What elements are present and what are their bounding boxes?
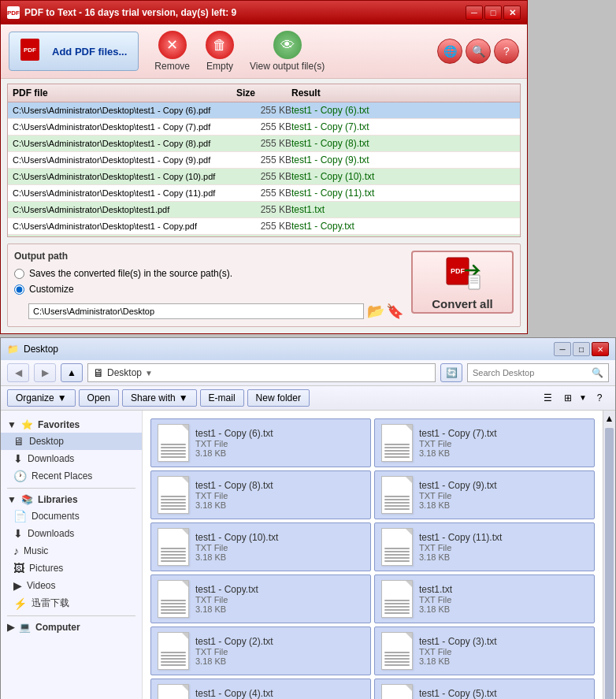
source-path-radio[interactable] (14, 269, 24, 279)
view-dropdown-icon[interactable]: ▼ (579, 389, 587, 407)
open-button[interactable]: Open (79, 389, 119, 407)
sidebar-item-videos[interactable]: ▶ Videos (1, 577, 142, 594)
explorer-toolbar: Organize ▼ Open Share with ▼ E-mail New … (1, 386, 615, 411)
view-details-button[interactable]: ☰ (538, 389, 557, 407)
scrollbar-thumb[interactable] (605, 428, 614, 699)
sidebar-item-recent-places[interactable]: 🕐 Recent Places (1, 467, 142, 485)
explorer-close-button[interactable]: ✕ (592, 342, 609, 356)
convert-all-button[interactable]: PDF Convert all (411, 251, 514, 314)
file-thumbnail (158, 580, 189, 618)
search-input[interactable] (473, 368, 588, 377)
table-row[interactable]: C:\Users\Administrator\Desktop\test1 - C… (8, 169, 520, 185)
up-button[interactable]: ▲ (61, 363, 83, 382)
list-item[interactable]: test1 - Copy (5).txt TXT File 3.18 KB (374, 679, 595, 699)
file-name: test1 - Copy (8).txt (195, 480, 364, 491)
customize-radio[interactable] (14, 284, 24, 295)
list-item[interactable]: test1 - Copy (8).txt TXT File 3.18 KB (150, 470, 371, 519)
close-button[interactable]: ✕ (503, 6, 521, 20)
customize-radio-label[interactable]: Customize (14, 284, 403, 295)
email-label: E-mail (209, 392, 236, 403)
list-item[interactable]: test1 - Copy (9).txt TXT File 3.18 KB (374, 470, 595, 519)
view-medium-button[interactable]: ⊞ (558, 389, 577, 407)
vertical-scrollbar[interactable]: ▲ ▼ (603, 411, 615, 699)
open-label: Open (87, 392, 110, 403)
help-search-button[interactable]: 🔍 (466, 39, 491, 64)
back-button[interactable]: ◀ (7, 363, 29, 382)
file-table-body[interactable]: C:\Users\Administrator\Desktop\test1 - C… (8, 102, 520, 236)
open-folder-button[interactable]: 📂 (367, 303, 384, 320)
help-globe-button[interactable]: 🌐 (437, 39, 462, 64)
table-row[interactable]: C:\Users\Administrator\Desktop\test1 - C… (8, 185, 520, 202)
list-item[interactable]: test1 - Copy.txt TXT File 3.18 KB (150, 574, 371, 623)
sidebar-item-documents[interactable]: 📄 Documents (1, 508, 142, 525)
address-bar[interactable]: 🖥 Desktop ▼ (87, 363, 436, 382)
sidebar-item-xunlei[interactable]: ⚡ 迅雷下载 (1, 594, 142, 612)
header-buttons: 🌐 🔍 ? (437, 39, 519, 64)
file-type: TXT File (419, 543, 588, 552)
email-button[interactable]: E-mail (200, 389, 244, 407)
file-type: TXT File (195, 543, 364, 552)
file-thumbnail (381, 476, 413, 514)
help-button[interactable]: ? (494, 39, 519, 64)
table-row[interactable]: C:\Users\Administrator\Desktop\test1 - C… (8, 235, 520, 236)
file-lines (158, 493, 188, 513)
list-item[interactable]: test1 - Copy (7).txt TXT File 3.18 KB (374, 418, 595, 467)
file-size: 3.18 KB (195, 604, 364, 614)
output-path-input[interactable] (28, 303, 364, 319)
table-row[interactable]: C:\Users\Administrator\Desktop\test1 - C… (8, 218, 520, 235)
file-name: test1 - Copy (10).txt (195, 532, 364, 543)
scroll-up-button[interactable]: ▲ (603, 411, 615, 426)
share-with-button[interactable]: Share with ▼ (122, 389, 197, 407)
list-item[interactable]: test1 - Copy (10).txt TXT File 3.18 KB (150, 522, 371, 571)
refresh-button[interactable]: 🔄 (440, 363, 462, 382)
maximize-button[interactable]: □ (484, 6, 502, 20)
list-item[interactable]: test1 - Copy (2).txt TXT File 3.18 KB (150, 626, 371, 675)
table-row[interactable]: C:\Users\Administrator\Desktop\test1 - C… (8, 136, 520, 152)
bookmark-folder-button[interactable]: 🔖 (386, 303, 403, 320)
favorites-label: Favorites (38, 419, 80, 430)
organize-button[interactable]: Organize ▼ (7, 389, 76, 407)
table-row[interactable]: C:\Users\Administrator\Desktop\test1 - C… (8, 152, 520, 169)
list-item[interactable]: test1.txt TXT File 3.18 KB (374, 574, 595, 623)
list-item[interactable]: test1 - Copy (11).txt TXT File 3.18 KB (374, 522, 595, 571)
file-info: test1 - Copy (11).txt TXT File 3.18 KB (419, 532, 588, 562)
table-row[interactable]: C:\Users\Administrator\Desktop\test1 - C… (8, 102, 520, 119)
list-item[interactable]: test1 - Copy (6).txt TXT File 3.18 KB (150, 418, 371, 467)
help-button[interactable]: ? (590, 389, 609, 407)
libraries-header: ▼ 📚 Libraries (1, 492, 142, 508)
file-info: test1 - Copy (3).txt TXT File 3.18 KB (419, 636, 588, 666)
list-item[interactable]: test1 - Copy (4).txt TXT File 3.18 KB (150, 679, 371, 699)
view-output-action[interactable]: 👁 View output file(s) (250, 31, 325, 72)
sidebar-item-lib-downloads[interactable]: ⬇ Downloads (1, 525, 142, 542)
file-info: test1 - Copy (10).txt TXT File 3.18 KB (195, 532, 364, 562)
file-lines (382, 649, 412, 669)
sidebar-item-desktop[interactable]: 🖥 Desktop (1, 433, 142, 450)
explorer-title-label: Desktop (24, 344, 58, 355)
table-row[interactable]: C:\Users\Administrator\Desktop\test1.pdf… (8, 202, 520, 218)
table-row[interactable]: C:\Users\Administrator\Desktop\test1 - C… (8, 119, 520, 136)
organize-label: Organize (16, 392, 54, 403)
search-bar[interactable]: 🔍 (467, 363, 609, 382)
sidebar-desktop-label: Desktop (29, 436, 64, 447)
new-folder-button[interactable]: New folder (247, 389, 310, 407)
remove-label: Remove (154, 61, 190, 72)
source-path-radio-label[interactable]: Saves the converted file(s) in the sourc… (14, 268, 403, 279)
explorer-minimize-button[interactable]: ─ (554, 342, 571, 356)
file-name: test1.txt (419, 584, 588, 595)
list-item[interactable]: test1 - Copy (3).txt TXT File 3.18 KB (374, 626, 595, 675)
music-icon: ♪ (13, 545, 19, 557)
empty-action[interactable]: 🗑 Empty (206, 31, 234, 72)
minimize-button[interactable]: ─ (466, 6, 483, 20)
music-label: Music (24, 545, 48, 556)
sidebar-item-pictures[interactable]: 🖼 Pictures (1, 560, 142, 577)
remove-action[interactable]: ✕ Remove (154, 31, 190, 72)
new-folder-label: New folder (256, 392, 301, 403)
sidebar-item-downloads[interactable]: ⬇ Downloads (1, 450, 142, 467)
computer-header[interactable]: ▶ 💻 Computer (1, 619, 142, 635)
forward-button[interactable]: ▶ (34, 363, 56, 382)
file-name: test1 - Copy.txt (195, 584, 364, 595)
sidebar-item-music[interactable]: ♪ Music (1, 542, 142, 560)
file-type: TXT File (419, 647, 588, 656)
explorer-maximize-button[interactable]: □ (573, 342, 590, 356)
add-pdf-button[interactable]: PDF Add PDF files... (9, 32, 139, 71)
